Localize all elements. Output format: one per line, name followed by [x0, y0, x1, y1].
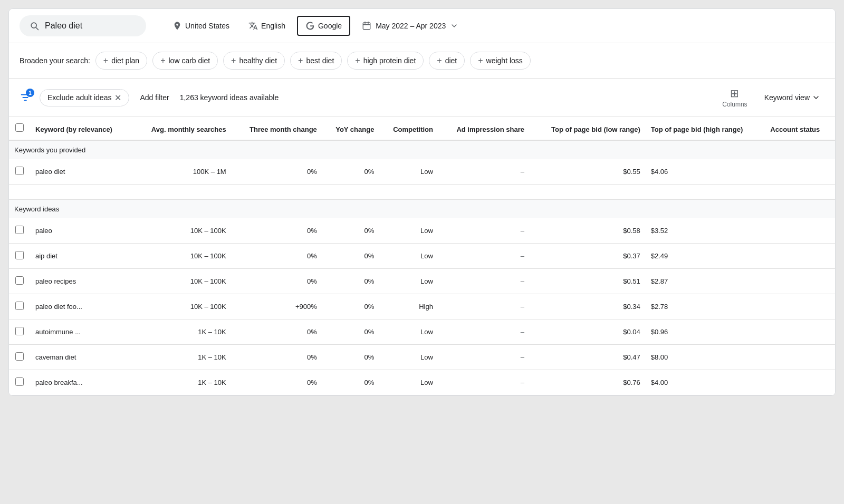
broaden-chip-label-4: high protein diet [363, 56, 416, 65]
row-top-low: $0.04 [530, 319, 646, 345]
broaden-chip-0[interactable]: + diet plan [95, 52, 147, 70]
row-competition: Low [379, 218, 438, 244]
broaden-chip-6[interactable]: + weight loss [470, 52, 531, 70]
close-icon[interactable]: ✕ [114, 93, 121, 103]
row-keyword[interactable]: aip diet [30, 244, 132, 269]
row-top-high: $4.00 [646, 370, 765, 395]
date-range-chip[interactable]: May 2022 – Apr 2023 [354, 17, 466, 35]
row-avg-monthly: 10K – 100K [132, 269, 231, 294]
row-three-month: 0% [232, 319, 322, 345]
row-three-month: 0% [232, 159, 322, 185]
location-chip[interactable]: United States [165, 17, 237, 35]
col-ad-impression[interactable]: Ad impression share [438, 117, 530, 140]
search-engine-chip[interactable]: Google [297, 16, 350, 36]
select-all-checkbox[interactable] [15, 123, 24, 132]
language-label: English [261, 22, 285, 30]
add-filter-button[interactable]: Add filter [138, 90, 171, 105]
row-competition: Low [379, 319, 438, 345]
row-yoy: 0% [322, 218, 380, 244]
row-checkbox-cell[interactable] [9, 244, 30, 269]
row-checkbox[interactable] [15, 226, 24, 234]
exclude-adult-chip[interactable]: Exclude adult ideas ✕ [40, 89, 129, 106]
row-keyword[interactable]: paleo diet [30, 159, 132, 185]
plus-icon: + [231, 56, 236, 65]
row-checkbox-cell[interactable] [9, 159, 30, 185]
row-avg-monthly: 10K – 100K [132, 294, 231, 319]
row-top-low: $0.76 [530, 370, 646, 395]
row-top-low: $0.34 [530, 294, 646, 319]
row-competition: Low [379, 370, 438, 395]
col-avg-monthly[interactable]: Avg. monthly searches [132, 117, 231, 140]
row-checkbox[interactable] [15, 352, 24, 361]
search-box[interactable]: Paleo diet [20, 15, 146, 36]
col-top-page-low[interactable]: Top of page bid (low range) [530, 117, 646, 140]
filter-badge: 1 [26, 89, 34, 97]
row-ad-impression: – [438, 159, 530, 185]
row-checkbox-cell[interactable] [9, 345, 30, 370]
chevron-down-icon [812, 93, 820, 102]
row-checkbox-cell[interactable] [9, 218, 30, 244]
location-label: United States [185, 22, 229, 30]
row-account-status [765, 244, 835, 269]
row-checkbox[interactable] [15, 302, 24, 310]
broaden-chip-2[interactable]: + healthy diet [223, 52, 285, 70]
row-three-month: 0% [232, 218, 322, 244]
row-yoy: 0% [322, 244, 380, 269]
row-checkbox[interactable] [15, 251, 24, 259]
filter-bar: 1 Exclude adult ideas ✕ Add filter 1,263… [9, 79, 835, 117]
row-keyword[interactable]: paleo [30, 218, 132, 244]
col-competition[interactable]: Competition [379, 117, 438, 140]
row-account-status [765, 269, 835, 294]
col-yoy[interactable]: YoY change [322, 117, 380, 140]
broaden-chip-4[interactable]: + high protein diet [347, 52, 424, 70]
row-checkbox-cell[interactable] [9, 319, 30, 345]
row-ad-impression: – [438, 294, 530, 319]
date-range-label: May 2022 – Apr 2023 [376, 22, 446, 30]
row-checkbox[interactable] [15, 167, 24, 175]
row-checkbox[interactable] [15, 276, 24, 285]
broaden-chip-3[interactable]: + best diet [290, 52, 342, 70]
header-checkbox-cell[interactable] [9, 117, 30, 140]
row-checkbox-cell[interactable] [9, 269, 30, 294]
columns-icon: ⊞ [730, 87, 739, 100]
location-icon [172, 21, 182, 31]
row-yoy: 0% [322, 345, 380, 370]
row-top-high: $2.87 [646, 269, 765, 294]
row-checkbox-cell[interactable] [9, 294, 30, 319]
table-row: paleo diet foo...10K – 100K+900%0%High–$… [9, 294, 835, 319]
table-row: paleo diet100K – 1M0%0%Low–$0.55$4.06 [9, 159, 835, 185]
row-checkbox-cell[interactable] [9, 370, 30, 395]
keyword-view-label: Keyword view [764, 93, 810, 102]
row-checkbox[interactable] [15, 327, 24, 335]
col-account-status[interactable]: Account status [765, 117, 835, 140]
col-three-month[interactable]: Three month change [232, 117, 322, 140]
broaden-chip-label-6: weight loss [486, 56, 523, 65]
row-ad-impression: – [438, 319, 530, 345]
row-three-month: 0% [232, 244, 322, 269]
broaden-chip-label-1: low carb diet [168, 56, 210, 65]
row-competition: High [379, 294, 438, 319]
col-top-page-high[interactable]: Top of page bid (high range) [646, 117, 765, 140]
row-top-low: $0.47 [530, 345, 646, 370]
row-keyword[interactable]: paleo diet foo... [30, 294, 132, 319]
row-checkbox[interactable] [15, 377, 24, 386]
table-row: paleo breakfa...1K – 10K0%0%Low–$0.76$4.… [9, 370, 835, 395]
row-top-high: $2.49 [646, 244, 765, 269]
search-query: Paleo diet [45, 21, 82, 31]
row-keyword[interactable]: paleo breakfa... [30, 370, 132, 395]
row-competition: Low [379, 269, 438, 294]
table-body: Keywords you providedpaleo diet100K – 1M… [9, 140, 835, 395]
row-keyword[interactable]: paleo recipes [30, 269, 132, 294]
keywords-table-wrapper: Keyword (by relevance) Avg. monthly sear… [9, 117, 835, 395]
broaden-chip-5[interactable]: + diet [429, 52, 465, 70]
row-keyword[interactable]: autoimmune ... [30, 319, 132, 345]
col-keyword[interactable]: Keyword (by relevance) [30, 117, 132, 140]
row-avg-monthly: 10K – 100K [132, 218, 231, 244]
row-keyword[interactable]: caveman diet [30, 345, 132, 370]
keyword-view-button[interactable]: Keyword view [760, 91, 824, 104]
broaden-chip-1[interactable]: + low carb diet [152, 52, 218, 70]
columns-button[interactable]: ⊞ Columns [718, 85, 751, 110]
table-row: aip diet10K – 100K0%0%Low–$0.37$2.49 [9, 244, 835, 269]
filter-icon-wrap[interactable]: 1 [20, 92, 31, 103]
language-chip[interactable]: English [241, 17, 293, 35]
